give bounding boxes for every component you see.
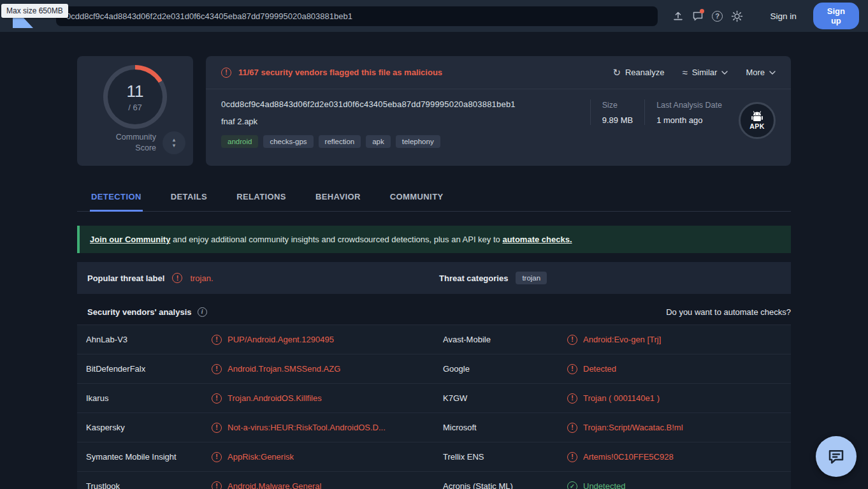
table-row: Kaspersky Not-a-virus:HEUR:RiskTool.Andr… bbox=[77, 413, 791, 442]
automate-checks-prompt[interactable]: Do you want to automate checks? bbox=[666, 307, 791, 317]
tab-community[interactable]: COMMUNITY bbox=[389, 185, 445, 212]
vendor-result: Trojan ( 0001140e1 ) bbox=[567, 393, 791, 404]
chevron-down-icon bbox=[721, 71, 728, 75]
score-total: / 67 bbox=[128, 103, 142, 112]
tab-bar: DETECTION DETAILS RELATIONS BEHAVIOR COM… bbox=[77, 185, 791, 212]
file-main: 0cdd8cf9c4ad8843d06f2d2e031d0f6c43405eba… bbox=[221, 99, 579, 148]
max-size-tooltip: Max size 650MB bbox=[1, 4, 68, 18]
table-row: Trustlook Android.Malware.General Acroni… bbox=[77, 472, 791, 489]
community-score-label: Community Score bbox=[104, 132, 156, 154]
banner-text: and enjoy additional community insights … bbox=[170, 235, 502, 244]
alert-icon bbox=[221, 68, 231, 78]
vendor-result: Android.Malware.General bbox=[212, 481, 443, 489]
tab-details[interactable]: DETAILS bbox=[170, 185, 208, 212]
notification-dot bbox=[700, 9, 704, 13]
alert-icon bbox=[567, 364, 577, 374]
more-button[interactable]: More bbox=[746, 68, 776, 77]
vendor-result: Trojan.AndroidOS.Killfiles bbox=[212, 393, 443, 404]
upload-icon[interactable] bbox=[670, 8, 685, 24]
vendor-name: Acronis (Static ML) bbox=[443, 481, 567, 489]
reanalyze-button[interactable]: ↻ Reanalyze bbox=[612, 68, 664, 77]
theme-toggle-icon[interactable] bbox=[730, 8, 744, 24]
result-text: Undetected bbox=[583, 481, 626, 489]
detection-score-donut: 11 / 67 bbox=[103, 65, 167, 129]
alert-icon bbox=[567, 452, 577, 462]
chevron-down-icon bbox=[769, 71, 776, 75]
sign-in-link[interactable]: Sign in bbox=[770, 11, 796, 21]
vendor-name: AhnLab-V3 bbox=[86, 335, 212, 344]
tab-detection[interactable]: DETECTION bbox=[90, 185, 143, 212]
tag-checks-gps[interactable]: checks-gps bbox=[263, 135, 313, 148]
community-banner: Join our Community and enjoy additional … bbox=[77, 226, 791, 253]
topbar: Max size 650MB ? Sign in Sign up bbox=[0, 0, 868, 32]
file-type-badge: APK bbox=[739, 102, 776, 139]
header-actions: ↻ Reanalyze ≈ Similar More bbox=[612, 68, 776, 77]
result-text: Trojan.AndroidOS.Killfiles bbox=[228, 393, 322, 403]
threat-categories: Threat categories trojan bbox=[439, 272, 547, 284]
help-icon[interactable]: ? bbox=[710, 8, 725, 24]
vendor-result: Detected bbox=[567, 364, 791, 374]
result-text: Not-a-virus:HEUR:RiskTool.AndroidOS.D... bbox=[228, 423, 386, 432]
similar-button[interactable]: ≈ Similar bbox=[682, 68, 728, 77]
search-input[interactable] bbox=[56, 6, 658, 26]
info-icon[interactable] bbox=[198, 307, 207, 317]
alert-icon bbox=[567, 335, 577, 345]
alert-icon bbox=[212, 452, 222, 462]
threat-label-title: Popular threat label bbox=[87, 274, 164, 283]
file-type-label: APK bbox=[749, 122, 765, 130]
tag-telephony[interactable]: telephony bbox=[396, 135, 440, 148]
flag-row: 11/67 security vendors flagged this file… bbox=[206, 56, 791, 89]
table-row: Symantec Mobile Insight AppRisk:Generisk… bbox=[77, 442, 791, 472]
vendor-result: Undetected bbox=[567, 481, 791, 489]
reanalyze-label: Reanalyze bbox=[625, 68, 664, 77]
analysis-title-group: Security vendors' analysis bbox=[87, 307, 207, 317]
result-text: AppRisk:Generisk bbox=[228, 452, 294, 462]
community-vote-widget[interactable]: ▴ ▾ bbox=[163, 131, 185, 154]
vendor-name: K7GW bbox=[443, 393, 567, 403]
size-value: 9.89 MB bbox=[602, 115, 633, 125]
popular-threat-label: Popular threat label trojan. bbox=[77, 273, 439, 283]
tag-reflection[interactable]: reflection bbox=[319, 135, 361, 148]
vendor-name: Trellix ENS bbox=[443, 452, 567, 462]
table-row: AhnLab-V3 PUP/Android.Agent.1290495 Avas… bbox=[77, 325, 791, 354]
tab-behavior[interactable]: BEHAVIOR bbox=[314, 185, 362, 212]
file-hash[interactable]: 0cdd8cf9c4ad8843d06f2d2e031d0f6c43405eba… bbox=[221, 99, 579, 109]
detection-score-inner: 11 / 67 bbox=[108, 69, 163, 124]
comments-icon[interactable] bbox=[690, 8, 705, 24]
automate-checks-link[interactable]: automate checks. bbox=[502, 235, 572, 244]
vendor-result: Android:Evo-gen [Trj] bbox=[567, 335, 791, 345]
vendor-name: BitDefenderFalx bbox=[86, 364, 212, 374]
file-info-card: 11/67 security vendors flagged this file… bbox=[206, 56, 791, 166]
file-size-column: Size 9.89 MB bbox=[590, 99, 633, 125]
file-body: 0cdd8cf9c4ad8843d06f2d2e031d0f6c43405eba… bbox=[206, 89, 791, 148]
tag-android[interactable]: android bbox=[221, 135, 258, 148]
detection-score-card: 11 / 67 Community Score ▴ ▾ bbox=[77, 56, 193, 166]
sign-up-button[interactable]: Sign up bbox=[813, 3, 859, 29]
vendor-name: Symantec Mobile Insight bbox=[86, 452, 212, 462]
join-community-link[interactable]: Join our Community bbox=[90, 235, 170, 244]
result-text: Detected bbox=[583, 364, 616, 374]
result-text: Android:Evo-gen [Trj] bbox=[583, 335, 661, 344]
alert-icon bbox=[212, 393, 222, 404]
tab-relations[interactable]: RELATIONS bbox=[235, 185, 287, 212]
file-name[interactable]: fnaf 2.apk bbox=[221, 117, 579, 126]
help-question-glyph: ? bbox=[712, 11, 723, 22]
chat-fab-button[interactable] bbox=[816, 436, 857, 477]
more-label: More bbox=[746, 68, 765, 77]
vendor-name: Google bbox=[443, 364, 567, 374]
file-tags: android checks-gps reflection apk teleph… bbox=[221, 135, 579, 148]
result-text: PUP/Android.Agent.1290495 bbox=[228, 335, 334, 344]
vendor-result: PUP/Android.Agent.1290495 bbox=[212, 335, 443, 345]
threat-category-tag[interactable]: trojan bbox=[516, 272, 547, 284]
alert-icon bbox=[567, 423, 577, 433]
table-row: BitDefenderFalx Android.Trojan.SMSSend.A… bbox=[77, 354, 791, 384]
alert-icon bbox=[212, 335, 222, 345]
topbar-actions: ? Sign in Sign up bbox=[670, 3, 859, 29]
vendor-result: AppRisk:Generisk bbox=[212, 452, 443, 462]
vendor-name: Trustlook bbox=[86, 481, 212, 489]
vendor-name: Avast-Mobile bbox=[443, 335, 567, 344]
vote-down-icon[interactable]: ▾ bbox=[173, 143, 176, 149]
main-content: 11 / 67 Community Score ▴ ▾ 11/67 securi… bbox=[77, 56, 791, 489]
tag-apk[interactable]: apk bbox=[366, 135, 391, 148]
vendor-result: Artemis!0C10FFE5C928 bbox=[567, 452, 791, 462]
